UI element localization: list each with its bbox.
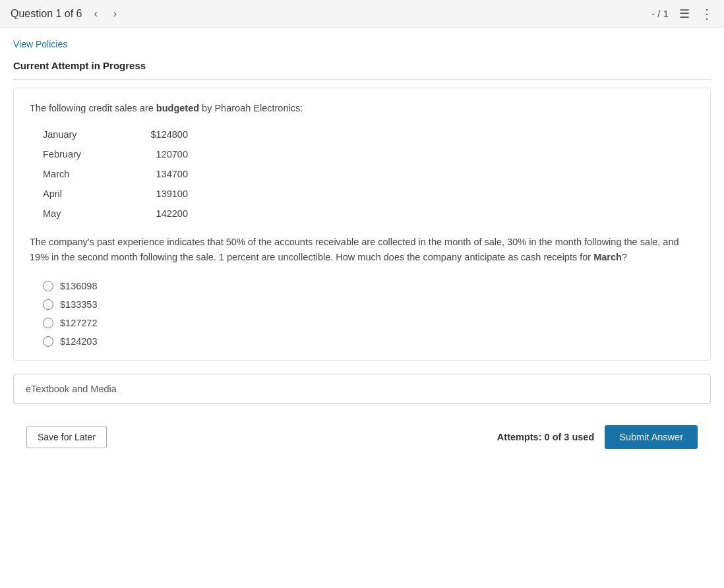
amount-april: 139100 (122, 189, 188, 199)
option-4-label[interactable]: $124203 (60, 336, 97, 347)
divider (13, 79, 711, 80)
option-4[interactable]: $124203 (43, 336, 694, 347)
question-body: The company's past experience indicates … (30, 235, 694, 265)
amount-february: 120700 (122, 149, 188, 160)
sales-table: January $124800 February 120700 March 13… (43, 129, 694, 219)
option-3-label[interactable]: $127272 (60, 318, 97, 328)
bottom-bar-right: Attempts: 0 of 3 used Submit Answer (497, 425, 698, 449)
amount-january: $124800 (122, 129, 188, 140)
sales-row: January $124800 (43, 129, 694, 140)
question-intro: The following credit sales are budgeted … (30, 102, 694, 116)
option-1[interactable]: $136098 (43, 281, 694, 291)
radio-opt4[interactable] (43, 336, 53, 347)
month-april: April (43, 189, 122, 199)
view-policies-link[interactable]: View Policies (13, 39, 67, 49)
amount-march: 134700 (122, 169, 188, 179)
option-2-label[interactable]: $133353 (60, 299, 97, 310)
bottom-bar: Save for Later Attempts: 0 of 3 used Sub… (13, 417, 711, 457)
top-bar-left: Question 1 of 6 ‹ › (11, 7, 121, 21)
save-for-later-button[interactable]: Save for Later (26, 426, 107, 448)
option-1-label[interactable]: $136098 (60, 281, 97, 291)
sales-row: February 120700 (43, 149, 694, 160)
prev-question-button[interactable]: ‹ (90, 7, 102, 21)
option-3[interactable]: $127272 (43, 318, 694, 328)
submit-answer-button[interactable]: Submit Answer (605, 425, 698, 449)
sales-row: March 134700 (43, 169, 694, 179)
top-bar-right: - / 1 ☰ ⋮ (651, 6, 713, 22)
more-options-icon[interactable]: ⋮ (700, 6, 713, 22)
etextbook-bar[interactable]: eTextbook and Media (13, 374, 711, 404)
content-area: View Policies Current Attempt in Progres… (0, 28, 724, 467)
month-march: March (43, 169, 122, 179)
month-may: May (43, 208, 122, 219)
options-list: $136098 $133353 $127272 $124203 (43, 281, 694, 347)
attempt-label: Current Attempt in Progress (13, 60, 711, 71)
next-question-button[interactable]: › (109, 7, 121, 21)
sales-row: April 139100 (43, 189, 694, 199)
month-january: January (43, 129, 122, 140)
question-box: The following credit sales are budgeted … (13, 88, 711, 361)
top-bar: Question 1 of 6 ‹ › - / 1 ☰ ⋮ (0, 0, 724, 28)
score-display: - / 1 (651, 8, 669, 19)
question-counter: Question 1 of 6 (11, 8, 82, 20)
amount-may: 142200 (122, 208, 188, 219)
radio-opt1[interactable] (43, 281, 53, 291)
etextbook-label: eTextbook and Media (26, 384, 117, 394)
radio-opt2[interactable] (43, 299, 53, 310)
list-icon[interactable]: ☰ (679, 7, 690, 21)
option-2[interactable]: $133353 (43, 299, 694, 310)
month-february: February (43, 149, 122, 160)
radio-opt3[interactable] (43, 318, 53, 328)
sales-row: May 142200 (43, 208, 694, 219)
attempts-text: Attempts: 0 of 3 used (497, 432, 594, 442)
